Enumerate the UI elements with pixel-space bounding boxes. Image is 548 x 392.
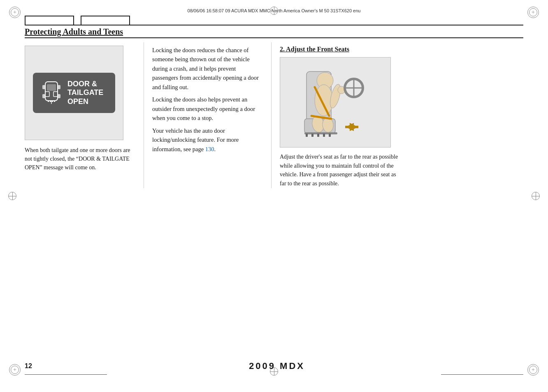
svg-rect-6: [42, 94, 45, 98]
left-caption: When both tailgate and one or more doors…: [25, 146, 135, 172]
corner-mark-br: [527, 364, 539, 376]
door-display-text: DOOR & TAILGATE OPEN: [67, 80, 103, 106]
footer-center-text: 2009 MDX: [249, 361, 305, 371]
door-text-line2: TAILGATE: [67, 88, 103, 97]
middle-para1: Locking the doors reduces the chance of …: [152, 46, 263, 92]
seat-image-box: [280, 57, 391, 148]
svg-rect-17: [311, 134, 313, 137]
door-text-line1: DOOR &: [67, 80, 103, 89]
svg-rect-16: [306, 134, 308, 137]
section-title-line-bottom: [25, 37, 523, 38]
corner-mark-tr: [527, 7, 539, 18]
middle-para2: Locking the doors also helps prevent an …: [152, 95, 263, 122]
main-content: DOOR & TAILGATE OPEN When both tailgate …: [25, 42, 523, 188]
car-icon: [40, 78, 63, 107]
svg-rect-2: [45, 92, 49, 97]
page-footer: 12 2009 MDX: [25, 361, 523, 371]
center-cross-top: [269, 6, 279, 16]
svg-point-22: [315, 85, 333, 116]
subsection-title: 2. Adjust the Front Seats: [280, 46, 399, 53]
svg-rect-1: [47, 84, 56, 91]
middle-para3-prefix: Your vehicle has the auto door locking/u…: [152, 127, 239, 152]
footer-line-left: [25, 374, 107, 375]
middle-para3-suffix: .: [214, 146, 216, 152]
corner-mark-tl: [9, 7, 21, 18]
svg-rect-5: [58, 85, 60, 89]
page-wrapper: 08/06/06 16:58:07 09 ACURA MDX MMC North…: [0, 0, 548, 392]
svg-rect-19: [323, 134, 325, 137]
door-display: DOOR & TAILGATE OPEN: [33, 73, 115, 113]
svg-rect-4: [42, 85, 45, 89]
seat-caption: Adjust the driver's seat as far to the r…: [280, 152, 399, 188]
svg-rect-15: [304, 132, 337, 134]
door-text-line3: OPEN: [67, 97, 103, 106]
page-130-link[interactable]: 130: [205, 146, 214, 152]
side-cross-right: [531, 191, 541, 201]
svg-rect-3: [53, 92, 58, 97]
corner-mark-bl: [9, 364, 21, 376]
col-middle: Locking the doors reduces the chance of …: [144, 42, 272, 188]
svg-rect-18: [317, 134, 319, 137]
footer-line-right: [441, 374, 523, 375]
svg-rect-7: [58, 94, 60, 98]
tab-left: [25, 16, 74, 25]
page-number: 12: [25, 362, 32, 370]
section-title-bar: Protecting Adults and Teens: [25, 16, 523, 38]
svg-rect-20: [329, 134, 331, 137]
col-right: 2. Adjust the Front Seats: [272, 42, 399, 188]
section-title: Protecting Adults and Teens: [25, 25, 523, 37]
footer-right-blank: [522, 363, 523, 370]
svg-rect-14: [345, 126, 358, 128]
col-left: DOOR & TAILGATE OPEN When both tailgate …: [25, 42, 144, 188]
middle-para3: Your vehicle has the auto door locking/u…: [152, 126, 263, 154]
side-cross-left: [7, 191, 17, 201]
tab-row: [25, 16, 523, 25]
door-image-box: DOOR & TAILGATE OPEN: [25, 46, 123, 140]
seat-illustration: [282, 59, 389, 145]
tab-right: [81, 16, 130, 25]
